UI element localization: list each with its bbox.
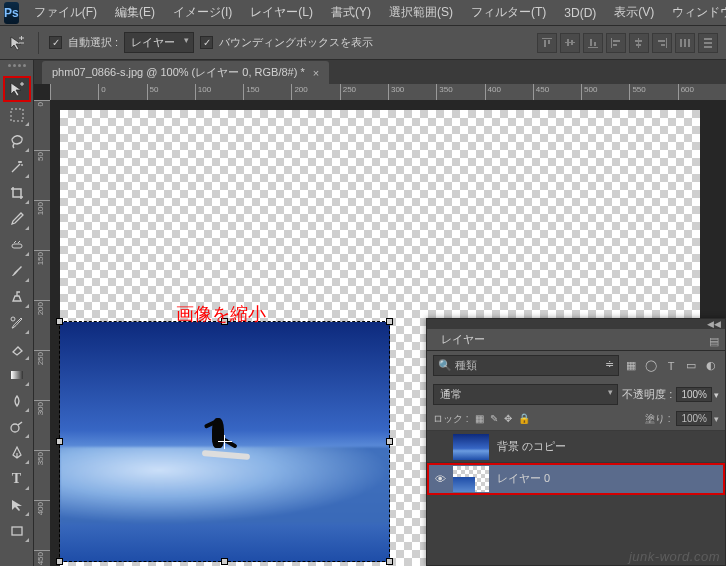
layer-row[interactable]: 👁 レイヤー 0 (427, 463, 725, 495)
panel-menu-icon[interactable]: ▤ (703, 333, 725, 350)
magic-wand-tool[interactable] (4, 155, 30, 179)
blend-mode-dropdown[interactable]: 通常 (433, 384, 618, 405)
align-right-button[interactable] (652, 33, 672, 53)
distribute-v-button[interactable] (698, 33, 718, 53)
menu-bar: Ps ファイル(F) 編集(E) イメージ(I) レイヤー(L) 書式(Y) 選… (0, 0, 726, 26)
auto-select-target-dropdown[interactable]: レイヤー (124, 32, 194, 53)
layer-filter-dropdown[interactable]: 🔍 種類 ≑ (433, 355, 619, 376)
align-left-button[interactable] (606, 33, 626, 53)
svg-rect-23 (704, 46, 712, 48)
auto-select-checkbox[interactable]: ✓ (49, 36, 62, 49)
ruler-vertical[interactable] (34, 100, 50, 566)
layer-thumbnail[interactable] (453, 466, 489, 492)
brush-tool[interactable] (4, 259, 30, 283)
eraser-tool[interactable] (4, 337, 30, 361)
history-brush-tool[interactable] (4, 311, 30, 335)
layer-thumbnail[interactable] (453, 434, 489, 460)
fill-label: 塗り : (645, 412, 671, 426)
menu-image[interactable]: イメージ(I) (164, 1, 241, 24)
transform-bounding-box[interactable] (59, 321, 390, 562)
toolbox-grip[interactable] (3, 64, 31, 72)
panel-dock-bar[interactable]: ◀◀ (427, 319, 725, 329)
lock-pixels-icon[interactable]: ✎ (490, 413, 498, 424)
align-hcenter-button[interactable] (629, 33, 649, 53)
path-select-tool[interactable] (4, 493, 30, 517)
svg-rect-15 (666, 38, 667, 48)
svg-rect-22 (704, 42, 712, 44)
menu-file[interactable]: ファイル(F) (25, 1, 106, 24)
svg-rect-6 (588, 47, 598, 48)
ruler-horizontal[interactable] (50, 84, 726, 100)
opacity-value[interactable]: 100% (676, 387, 712, 402)
menu-3d[interactable]: 3D(D) (555, 3, 605, 23)
svg-rect-12 (638, 38, 639, 48)
annotation-text: 画像を縮小 (176, 302, 266, 326)
fill-flyout-icon[interactable]: ▾ (714, 414, 719, 424)
svg-rect-16 (658, 40, 665, 42)
filter-pixel-icon[interactable]: ▦ (623, 358, 639, 374)
transform-handle-s[interactable] (221, 558, 228, 565)
svg-rect-3 (565, 42, 575, 43)
menu-filter[interactable]: フィルター(T) (462, 1, 555, 24)
layer-name[interactable]: 背景 のコピー (497, 439, 566, 454)
opacity-label: 不透明度 : (622, 387, 672, 402)
align-bottom-button[interactable] (583, 33, 603, 53)
align-vcenter-button[interactable] (560, 33, 580, 53)
dodge-tool[interactable] (4, 415, 30, 439)
marquee-tool[interactable] (4, 103, 30, 127)
eyedropper-tool[interactable] (4, 207, 30, 231)
filter-shape-icon[interactable]: ▭ (683, 358, 699, 374)
menu-select[interactable]: 選択範囲(S) (380, 1, 462, 24)
filter-type-icon[interactable]: T (663, 358, 679, 374)
svg-rect-2 (548, 40, 550, 44)
transform-handle-w[interactable] (56, 438, 63, 445)
close-tab-icon[interactable]: × (313, 67, 319, 79)
gradient-tool[interactable] (4, 363, 30, 387)
document-tabstrip: phm07_0866-s.jpg @ 100% (レイヤー 0, RGB/8#)… (34, 60, 726, 84)
lock-position-icon[interactable]: ✥ (504, 413, 512, 424)
lock-all-icon[interactable]: 🔒 (518, 413, 530, 424)
lock-transparency-icon[interactable]: ▦ (475, 413, 484, 424)
svg-rect-14 (636, 44, 641, 46)
layers-panel-tab[interactable]: レイヤー (431, 329, 495, 350)
layer-name[interactable]: レイヤー 0 (497, 471, 550, 486)
lasso-tool[interactable] (4, 129, 30, 153)
app-logo: Ps (4, 2, 19, 24)
move-tool[interactable] (4, 77, 30, 101)
blur-tool[interactable] (4, 389, 30, 413)
align-top-button[interactable] (537, 33, 557, 53)
align-button-group (537, 33, 718, 53)
transform-handle-nw[interactable] (56, 318, 63, 325)
transform-handle-e[interactable] (386, 438, 393, 445)
filter-smart-icon[interactable]: ◐ (703, 358, 719, 374)
menu-type[interactable]: 書式(Y) (322, 1, 380, 24)
transform-handle-se[interactable] (386, 558, 393, 565)
menu-layer[interactable]: レイヤー(L) (241, 1, 322, 24)
fill-value[interactable]: 100% (676, 411, 712, 426)
transform-handle-sw[interactable] (56, 558, 63, 565)
rectangle-tool[interactable] (4, 519, 30, 543)
transform-center-icon[interactable] (218, 435, 232, 449)
layer-row[interactable]: 背景 のコピー (427, 431, 725, 463)
clone-stamp-tool[interactable] (4, 285, 30, 309)
pen-tool[interactable] (4, 441, 30, 465)
svg-rect-5 (571, 40, 573, 45)
options-bar: ✓ 自動選択 : レイヤー ✓ バウンディングボックスを表示 (0, 26, 726, 60)
filter-adjust-icon[interactable]: ◯ (643, 358, 659, 374)
opacity-flyout-icon[interactable]: ▾ (714, 390, 719, 400)
menu-window[interactable]: ウィンドウ(W) (663, 1, 726, 24)
distribute-h-button[interactable] (675, 33, 695, 53)
visibility-toggle[interactable]: 👁 (427, 473, 453, 485)
layer-list: 背景 のコピー 👁 レイヤー 0 (427, 431, 725, 565)
toolbox: T (0, 60, 34, 566)
type-tool[interactable]: T (4, 467, 30, 491)
document-tab[interactable]: phm07_0866-s.jpg @ 100% (レイヤー 0, RGB/8#)… (42, 61, 329, 84)
transform-handle-ne[interactable] (386, 318, 393, 325)
healing-brush-tool[interactable] (4, 233, 30, 257)
collapse-icon[interactable]: ◀◀ (707, 319, 721, 329)
menu-view[interactable]: 表示(V) (605, 1, 663, 24)
show-bbox-checkbox[interactable]: ✓ (200, 36, 213, 49)
menu-edit[interactable]: 編集(E) (106, 1, 164, 24)
crop-tool[interactable] (4, 181, 30, 205)
auto-select-label: 自動選択 : (68, 35, 118, 50)
